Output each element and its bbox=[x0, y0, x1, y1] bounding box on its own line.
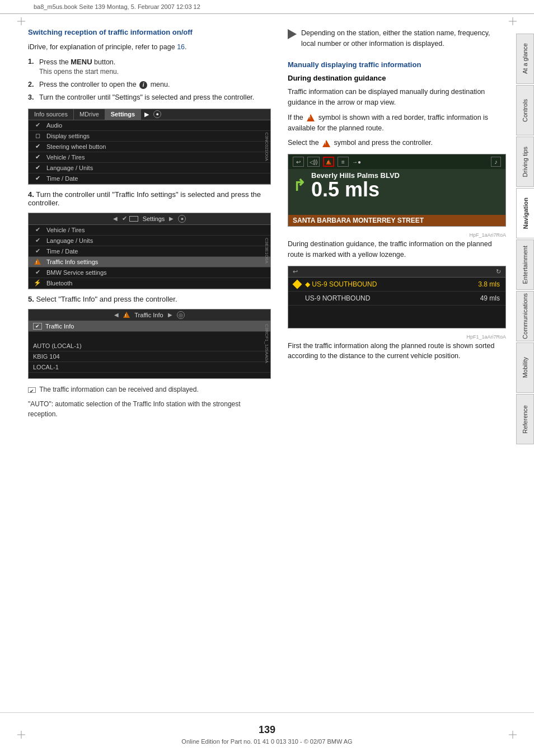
vehicle2-label: Vehicle / Tires bbox=[46, 227, 85, 233]
page-number: 139 bbox=[11, 724, 523, 736]
screen2-label: C3E3E1O0A bbox=[264, 238, 269, 264]
steering-label: Steering wheel button bbox=[46, 143, 106, 150]
bluetooth-label: Bluetooth bbox=[46, 280, 72, 287]
note-2: "AUTO": automatic selection of the Traff… bbox=[28, 399, 271, 419]
nav-menu-icon: ≡ bbox=[338, 157, 349, 167]
nav-music-icon: ♪ bbox=[491, 157, 501, 167]
screen3-circle: ◎ bbox=[177, 311, 185, 319]
play-note-text: Depending on the station, either the sta… bbox=[301, 28, 506, 49]
step-3: 3. Turn the controller until "Settings" … bbox=[28, 93, 271, 103]
traffic-warn-icon: ! bbox=[33, 259, 42, 265]
auto-local-label: AUTO (LOCAL-1) bbox=[33, 342, 82, 349]
screen2-settings-label: Settings bbox=[143, 215, 165, 222]
para4-text: During destination guidance, the traffic… bbox=[288, 239, 506, 260]
top-bar-text: ba8_m5us.book Seite 139 Montag, 5. Febru… bbox=[34, 3, 200, 10]
nav-warn-icon: ! bbox=[323, 157, 334, 167]
note-1-text: The traffic information can be received … bbox=[39, 386, 199, 393]
sidebar-tab-label: Controls bbox=[522, 99, 528, 122]
sidebar-item-reference[interactable]: Reference bbox=[516, 394, 534, 444]
screen2-circle: ● bbox=[178, 215, 186, 223]
screen-item-language: ✔ Language / Units bbox=[29, 163, 270, 173]
para5-text: First the traffic information along the … bbox=[288, 341, 506, 362]
screen3-spacer bbox=[29, 332, 270, 341]
step-num-2: 2. bbox=[28, 80, 39, 90]
intro-text: iDrive, for explanation of principle, re… bbox=[28, 42, 271, 53]
screen-tab-info-sources: Info sources bbox=[29, 109, 74, 120]
screen-mockup-3: ◀ ! Traffic Info ▶ ◎ ✔ Traffic Info bbox=[28, 309, 271, 379]
sidebar-item-driving-tips[interactable]: Driving tips bbox=[516, 137, 534, 187]
play-note-container: Depending on the station, either the sta… bbox=[288, 28, 506, 54]
screen-mockup-2: ◀ ✔ Settings ▶ ● ✔ Vehicle / Tires ✔ Lan… bbox=[28, 213, 271, 289]
sidebar-item-at-a-glance[interactable]: At a glance bbox=[516, 34, 534, 84]
steps-list-1: 1. Press the MENU button. This opens the… bbox=[28, 57, 271, 103]
traffic-arrow-left: ◀ bbox=[114, 312, 119, 318]
menu-label: MENU bbox=[71, 58, 92, 66]
nav-distance: 0.5 mls bbox=[311, 180, 400, 200]
crosshair-bottom-left bbox=[16, 729, 27, 740]
note-2-text: "AUTO": automatic selection of the Traff… bbox=[28, 400, 241, 418]
screen2-item-vehicle: ✔ Vehicle / Tires bbox=[29, 225, 270, 236]
sidebar-tab-label: Driving tips bbox=[522, 147, 528, 177]
bluetooth-icon: ⚡ bbox=[33, 280, 42, 287]
sidebar-item-navigation[interactable]: Navigation bbox=[516, 188, 534, 238]
nav-display: ↩ ◁)) ! ≡ →● ♪ bbox=[288, 154, 506, 227]
time-label: Time / Date bbox=[46, 175, 78, 182]
traffic-list-refresh-icon: ↻ bbox=[496, 268, 501, 275]
traffic-info-settings-label: Traffic Info settings bbox=[46, 259, 98, 265]
steering-icon: ✔ bbox=[33, 143, 42, 150]
diamond-icon-1 bbox=[293, 279, 302, 289]
sidebar-item-communications[interactable]: Communications bbox=[516, 291, 534, 341]
sidebar-tab-label: Mobility bbox=[522, 357, 528, 378]
crosshair-top-left bbox=[16, 16, 27, 27]
language2-icon: ✔ bbox=[33, 237, 42, 244]
display-icon: ◻ bbox=[33, 133, 42, 139]
audio-label: Audio bbox=[46, 122, 62, 129]
screen-item-display: ◻ Display settings bbox=[29, 131, 270, 142]
checkbox-icon: ✔ bbox=[33, 323, 42, 330]
time2-label: Time / Date bbox=[46, 248, 78, 255]
vehicle-label: Vehicle / Tires bbox=[46, 154, 85, 161]
language2-label: Language / Units bbox=[46, 237, 93, 244]
nav-bottom-street: SANTA BARBARA MONTERREY STREET bbox=[288, 215, 505, 226]
left-section-title: Switching reception of traffic informati… bbox=[28, 28, 271, 37]
sidebar-tab-label: Communications bbox=[522, 293, 528, 339]
kbig-label: KBIG 104 bbox=[33, 353, 60, 360]
para2-text: If the ! symbol is shown with a red bord… bbox=[288, 112, 506, 134]
nav-turn-arrow: ↱ bbox=[293, 176, 306, 195]
sidebar-tab-label: Navigation bbox=[522, 198, 529, 229]
sidebar-item-mobility[interactable]: Mobility bbox=[516, 342, 534, 393]
screen-tab-settings: Settings bbox=[105, 109, 141, 120]
nav-distance-info: Beverly Hills Palms BLVD 0.5 mls bbox=[311, 171, 400, 200]
settings-arrow-right: ▶ bbox=[169, 215, 174, 222]
crosshair-top-right bbox=[507, 16, 518, 27]
no-diamond-2 bbox=[294, 295, 301, 302]
step-4-container: 4. Turn the controller until "Traffic In… bbox=[28, 190, 271, 207]
time-icon: ✔ bbox=[33, 175, 42, 182]
nav-distance-row: ↱ Beverly Hills Palms BLVD 0.5 mls bbox=[288, 169, 505, 202]
nav-dots-icon: →● bbox=[352, 159, 361, 165]
step-num-5: 5. bbox=[28, 295, 34, 303]
nav-audio-icon: ◁)) bbox=[307, 157, 320, 167]
sidebar-tab-label: Entertainment bbox=[522, 246, 528, 284]
sidebar-item-entertainment[interactable]: Entertainment bbox=[516, 240, 534, 290]
screen-header-3: ◀ ! Traffic Info ▶ ◎ bbox=[29, 309, 270, 321]
play-triangle-icon bbox=[288, 29, 297, 39]
screen3-local-item: LOCAL-1 bbox=[29, 362, 270, 373]
local1-label: LOCAL-1 bbox=[33, 364, 59, 370]
nav-icons-left: ↩ ◁)) ! ≡ →● bbox=[293, 157, 361, 167]
screen3-header-icon: ! bbox=[123, 312, 130, 318]
sidebar-tabs: At a glance Controls Driving tips Naviga… bbox=[516, 34, 534, 445]
nav-top-bar: ↩ ◁)) ! ≡ →● ♪ bbox=[288, 154, 505, 169]
info-icon: i bbox=[139, 81, 147, 89]
audio-icon: ✔ bbox=[33, 122, 42, 129]
screen-tab-arrow: ▶ bbox=[141, 109, 152, 120]
screen2-header-icon: ✔ bbox=[122, 215, 138, 222]
step-5-container: 5. Select "Traffic Info" and press the c… bbox=[28, 295, 271, 303]
traffic-list-label: HpF1_1aAri7RoA bbox=[288, 334, 506, 340]
sidebar-item-controls[interactable]: Controls bbox=[516, 85, 534, 135]
step-content-5: Select "Traffic Info" and press the cont… bbox=[36, 295, 177, 303]
step-content-2: Press the controller to open the i menu. bbox=[39, 80, 271, 90]
screen-tab-circle: ● bbox=[153, 110, 161, 118]
traffic-name-2: US-9 NORTHBOUND bbox=[305, 294, 370, 302]
screen2-item-bmw: ✔ BMW Service settings bbox=[29, 267, 270, 278]
